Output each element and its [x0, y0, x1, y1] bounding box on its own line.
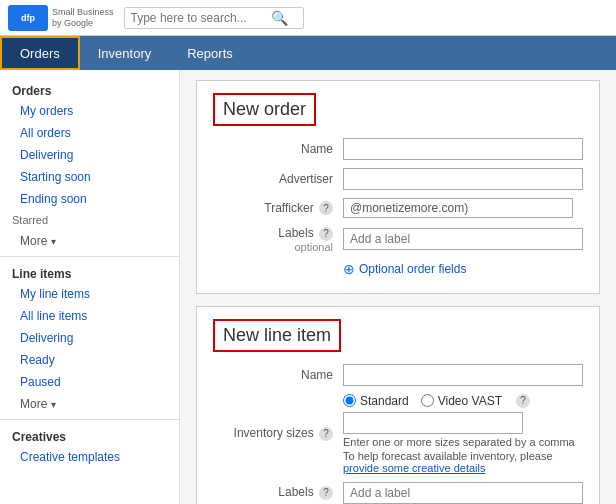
logo-dfp: dfp: [21, 13, 35, 23]
inventory-sizes-row: Inventory sizes ? Standard Video VAST ?: [213, 394, 583, 474]
name-input[interactable]: [343, 138, 583, 160]
search-box: 🔍: [124, 7, 304, 29]
sidebar-item-my-lineitems[interactable]: My line items: [0, 283, 179, 305]
sidebar-lineitems-title: Line items: [0, 261, 179, 283]
sidebar: Orders My orders All orders Delivering S…: [0, 70, 180, 504]
sidebar-divider-2: [0, 419, 179, 420]
logo-box: dfp: [8, 5, 48, 31]
optional-order-fields-link[interactable]: ⊕ Optional order fields: [343, 261, 583, 277]
provide-creative-details-link[interactable]: provide some creative details: [343, 462, 485, 474]
sidebar-item-all-orders[interactable]: All orders: [0, 122, 179, 144]
sidebar-lineitems-section: Line items My line items All line items …: [0, 261, 179, 415]
sidebar-orders-title: Orders: [0, 78, 179, 100]
search-button[interactable]: 🔍: [271, 10, 288, 26]
search-input[interactable]: [131, 11, 271, 25]
trafficker-row: Trafficker ? @monetizemore.com): [213, 198, 583, 218]
top-bar: dfp Small Business by Google 🔍: [0, 0, 616, 36]
nav-inventory[interactable]: Inventory: [80, 36, 169, 70]
logo: dfp Small Business by Google: [8, 5, 114, 31]
new-order-title: New order: [213, 93, 316, 126]
advertiser-row: Advertiser: [213, 168, 583, 190]
name-label: Name: [213, 142, 343, 156]
lineitem-labels-label: Labels ?: [213, 485, 343, 500]
main-nav: Orders Inventory Reports: [0, 36, 616, 70]
sidebar-orders-more[interactable]: More ▾: [0, 230, 179, 252]
lineitem-labels-input[interactable]: [343, 482, 583, 504]
nav-orders[interactable]: Orders: [0, 36, 80, 70]
inv-note: Enter one or more sizes separated by a c…: [343, 436, 583, 448]
sidebar-creatives-section: Creatives Creative templates: [0, 424, 179, 468]
trafficker-prefix: @monetizemore.com): [350, 201, 468, 215]
layout: Orders My orders All orders Delivering S…: [0, 70, 616, 504]
sidebar-orders-section: Orders My orders All orders Delivering S…: [0, 78, 179, 252]
radio-video-vast-label[interactable]: Video VAST: [421, 394, 502, 408]
chevron-down-icon-2: ▾: [51, 399, 56, 410]
lineitem-labels-row: Labels ?: [213, 482, 583, 504]
video-vast-help-icon[interactable]: ?: [516, 394, 530, 408]
sidebar-creatives-title: Creatives: [0, 424, 179, 446]
logo-text: Small Business by Google: [52, 7, 114, 29]
sidebar-divider-1: [0, 256, 179, 257]
sidebar-item-ending-soon[interactable]: Ending soon: [0, 188, 179, 210]
radio-group: Standard Video VAST ?: [343, 394, 583, 408]
advertiser-input[interactable]: [343, 168, 583, 190]
plus-circle-icon: ⊕: [343, 261, 355, 277]
sidebar-item-my-orders[interactable]: My orders: [0, 100, 179, 122]
new-order-section: New order Name Advertiser Trafficker ? @…: [196, 80, 600, 294]
sidebar-lineitems-more[interactable]: More ▾: [0, 393, 179, 415]
sidebar-item-ready[interactable]: Ready: [0, 349, 179, 371]
trafficker-help-icon[interactable]: ?: [319, 201, 333, 215]
search-icon: 🔍: [271, 10, 288, 26]
sidebar-item-all-lineitems[interactable]: All line items: [0, 305, 179, 327]
sizes-input[interactable]: [343, 412, 523, 434]
radio-video-vast[interactable]: [421, 394, 434, 407]
labels-label: Labels ? optional: [213, 226, 343, 253]
lineitem-labels-help-icon[interactable]: ?: [319, 486, 333, 500]
main-content: New order Name Advertiser Trafficker ? @…: [180, 70, 616, 504]
sidebar-item-starting-soon[interactable]: Starting soon: [0, 166, 179, 188]
inventory-sizes-help-icon[interactable]: ?: [319, 427, 333, 441]
sidebar-item-lineitems-delivering[interactable]: Delivering: [0, 327, 179, 349]
inventory-sizes-label: Inventory sizes ?: [213, 426, 343, 441]
radio-standard-label[interactable]: Standard: [343, 394, 409, 408]
trafficker-label: Trafficker ?: [213, 201, 343, 216]
chevron-down-icon: ▾: [51, 236, 56, 247]
sidebar-item-delivering[interactable]: Delivering: [0, 144, 179, 166]
lineitem-name-input[interactable]: [343, 364, 583, 386]
lineitem-name-label: Name: [213, 368, 343, 382]
inv-note-forecast: To help forecast available inventory, pl…: [343, 450, 583, 474]
inventory-sizes-container: Standard Video VAST ? Enter one or more …: [343, 394, 583, 474]
sidebar-starred-label: Starred: [0, 210, 179, 230]
new-line-item-section: New line item Name Inventory sizes ? Sta…: [196, 306, 600, 505]
nav-reports[interactable]: Reports: [169, 36, 251, 70]
labels-input[interactable]: [343, 228, 583, 250]
labels-row: Labels ? optional: [213, 226, 583, 253]
new-line-item-title: New line item: [213, 319, 341, 352]
sidebar-item-paused[interactable]: Paused: [0, 371, 179, 393]
name-row: Name: [213, 138, 583, 160]
radio-standard[interactable]: [343, 394, 356, 407]
sidebar-item-creative-templates[interactable]: Creative templates: [0, 446, 179, 468]
lineitem-name-row: Name: [213, 364, 583, 386]
labels-help-icon[interactable]: ?: [319, 227, 333, 241]
advertiser-label: Advertiser: [213, 172, 343, 186]
labels-optional: optional: [213, 241, 333, 253]
